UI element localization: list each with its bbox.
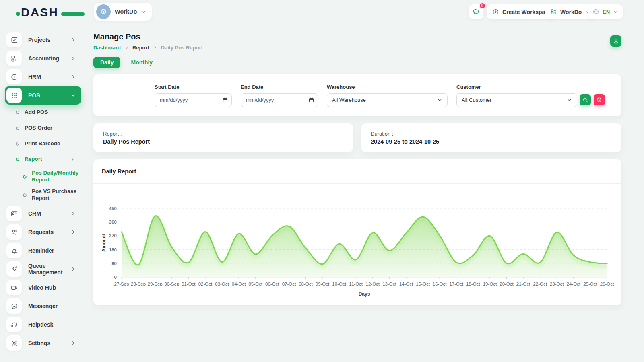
sidebar-item-add-pos[interactable]: Add POS	[5, 105, 81, 120]
sidebar-item-pos-daily-monthly-report[interactable]: Pos Daily/Monthly Report	[5, 167, 81, 186]
sidebar-item-label: Requests	[28, 229, 71, 235]
svg-text:01-Oct: 01-Oct	[182, 282, 196, 286]
svg-text:13-Oct: 13-Oct	[382, 282, 396, 286]
chevron-down-icon	[437, 97, 442, 103]
workspace-chip-label: WorkDo	[115, 8, 137, 15]
chat-icon	[6, 298, 22, 314]
sidebar-item-label: Add POS	[25, 109, 48, 116]
start-date-input[interactable]	[155, 93, 232, 107]
chevron-right-icon	[71, 74, 76, 79]
report-period-tabs: DailyMonthly	[93, 57, 621, 68]
sidebar-item-settings[interactable]: Settings	[5, 334, 81, 352]
sidebar-item-helpdesk[interactable]: Helpdesk	[5, 315, 81, 334]
chevron-right-icon	[71, 230, 76, 234]
reset-filter-button[interactable]	[594, 94, 605, 105]
svg-text:Days: Days	[359, 291, 370, 297]
chevron-down-icon	[71, 93, 76, 98]
sidebar-item-accounting[interactable]: Accounting	[5, 49, 81, 68]
svg-text:03-Oct: 03-Oct	[215, 282, 229, 286]
video-icon	[6, 280, 22, 295]
end-date-input[interactable]	[241, 93, 318, 107]
sidebar-item-pos-vs-purchase-report[interactable]: Pos VS Purchase Report	[5, 186, 81, 204]
sidebar-item-report[interactable]: Report	[5, 152, 81, 167]
sidebar-nav: ProjectsAccountingHRMPOSAdd POSPOS Order…	[5, 31, 81, 352]
messages-badge: 0	[479, 2, 486, 9]
svg-text:22-Oct: 22-Oct	[533, 282, 547, 286]
checkbox-icon	[6, 32, 22, 47]
bullet-icon	[23, 175, 27, 179]
duration-label: Duration :	[371, 131, 612, 137]
svg-text:360: 360	[109, 220, 117, 224]
tab-monthly[interactable]: Monthly	[131, 57, 153, 68]
filter-card: Start Date End Date Warehouse All Wareho…	[93, 74, 621, 116]
page-title: Manage Pos	[93, 32, 621, 41]
svg-text:24-Oct: 24-Oct	[567, 282, 581, 286]
warehouse-field: Warehouse All Warehouse	[327, 84, 448, 107]
customer-select[interactable]: All Customer	[456, 93, 577, 107]
sidebar-item-messenger[interactable]: Messenger	[5, 297, 81, 315]
daily-report-card: Daily Report 090180270360450 27-Sep28-Se…	[93, 159, 621, 305]
sidebar-item-requests[interactable]: Requests	[5, 223, 81, 241]
apply-filter-button[interactable]	[580, 94, 591, 105]
gear-icon	[6, 335, 22, 351]
chevron-down-icon	[613, 9, 618, 14]
workspace-chip[interactable]: WorkDo	[94, 3, 152, 21]
svg-text:19-Oct: 19-Oct	[483, 282, 497, 286]
warehouse-select[interactable]: All Warehouse	[327, 93, 448, 107]
id-card-icon	[6, 206, 22, 221]
svg-text:29-Sep: 29-Sep	[148, 282, 163, 286]
language-selector[interactable]: EN	[588, 4, 623, 19]
breadcrumb-report[interactable]: Report	[132, 45, 149, 51]
sidebar-item-print-barcode[interactable]: Print Barcode	[5, 136, 81, 152]
svg-text:28-Sep: 28-Sep	[131, 282, 146, 286]
sidebar-item-reminder[interactable]: Reminder	[5, 241, 81, 260]
svg-text:07-Oct: 07-Oct	[282, 282, 296, 286]
svg-text:06-Oct: 06-Oct	[265, 282, 279, 286]
customer-field: Customer All Customer	[456, 84, 577, 107]
warehouse-selected-value: All Warehouse	[332, 97, 437, 103]
sidebar-item-queue-management[interactable]: Queue Management	[5, 260, 81, 278]
svg-text:26-Oct: 26-Oct	[600, 282, 614, 286]
headset-icon	[6, 317, 22, 332]
daily-report-chart: 090180270360450 27-Sep28-Sep29-Sep30-Sep…	[93, 184, 621, 305]
logo-text: DASH	[21, 6, 58, 19]
chevron-down-icon	[141, 9, 146, 14]
chevron-right-icon	[70, 157, 75, 162]
app-logo: DASH	[21, 6, 73, 22]
chart-card-header: Daily Report	[93, 159, 621, 184]
svg-text:05-Oct: 05-Oct	[248, 282, 262, 286]
messages-button[interactable]: 0	[469, 4, 483, 19]
breadcrumb-dashboard[interactable]: Dashboard	[93, 45, 121, 51]
svg-text:270: 270	[109, 233, 117, 238]
svg-text:20-Oct: 20-Oct	[500, 282, 514, 286]
create-workspace-label: Create Workspace	[502, 9, 551, 15]
svg-text:14-Oct: 14-Oct	[399, 282, 413, 286]
sidebar-item-label: Accounting	[28, 55, 71, 62]
download-report-button[interactable]	[610, 35, 621, 47]
reset-filter-icon	[597, 97, 602, 103]
calendar-icon[interactable]	[308, 97, 314, 103]
sidebar-item-projects[interactable]: Projects	[5, 31, 81, 49]
chart-card-title: Daily Report	[102, 168, 136, 175]
user-plus-icon	[6, 224, 22, 240]
sidebar-item-hrm[interactable]: HRM	[5, 68, 81, 86]
main-content: Manage Pos DashboardReportDaily Pos Repo…	[93, 32, 621, 305]
bullet-icon	[23, 193, 27, 197]
globe-icon	[592, 8, 599, 15]
calendar-icon[interactable]	[222, 97, 228, 103]
sidebar-item-video-hub[interactable]: Video Hub	[5, 278, 81, 297]
sidebar-item-pos-order[interactable]: POS Order	[5, 120, 81, 136]
chat-bubble-icon	[472, 8, 480, 16]
sidebar-item-label: Video Hub	[28, 284, 81, 291]
logo-bar	[61, 12, 85, 16]
duration-summary-card: Duration : 2024-09-25 to 2024-10-25	[361, 123, 621, 152]
sidebar-item-pos[interactable]: POS	[5, 86, 81, 105]
svg-text:12-Oct: 12-Oct	[366, 282, 380, 286]
sidebar-item-crm[interactable]: CRM	[5, 204, 81, 223]
area-chart-svg: 090180270360450 27-Sep28-Sep29-Sep30-Sep…	[99, 186, 616, 303]
tab-daily[interactable]: Daily	[93, 57, 120, 68]
sidebar-item-label: HRM	[28, 74, 71, 80]
sidebar-item-label: Messenger	[28, 303, 81, 309]
sidebar-item-label: POS	[28, 92, 71, 99]
download-icon	[613, 38, 619, 44]
